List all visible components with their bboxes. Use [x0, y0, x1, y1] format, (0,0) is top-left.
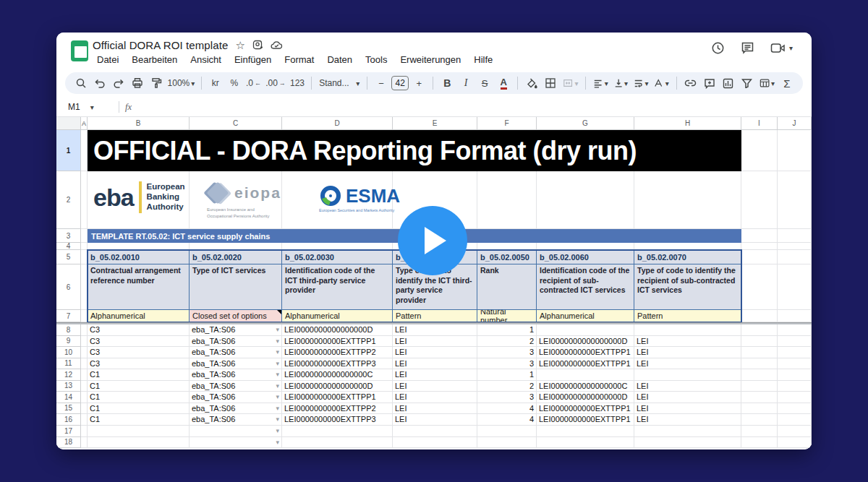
cell-D11[interactable]: LEI0000000000EXTTPP3: [282, 358, 393, 370]
cell-G11[interactable]: LEI0000000000EXTTPP1: [537, 358, 634, 370]
cell-H12[interactable]: [634, 369, 741, 381]
cell-E18[interactable]: [393, 437, 477, 449]
cell-I18[interactable]: [741, 437, 778, 449]
cell-G16[interactable]: LEI0000000000EXTTPP1: [537, 414, 634, 426]
undo-icon[interactable]: [91, 74, 109, 92]
row-header-4[interactable]: 4: [56, 243, 81, 250]
cell-I8[interactable]: [741, 324, 778, 336]
row-header-6[interactable]: 6: [56, 264, 81, 310]
paint-format-icon[interactable]: [148, 74, 165, 92]
cell-F14[interactable]: 3: [477, 392, 537, 403]
cell-F12[interactable]: 1: [477, 369, 537, 381]
cell-I14[interactable]: [741, 392, 778, 403]
cloud-status-icon[interactable]: [271, 40, 283, 50]
cell-E10[interactable]: LEI: [393, 347, 477, 358]
cell-F15[interactable]: 4: [477, 403, 537, 415]
table-views-icon[interactable]: ▾: [757, 74, 777, 92]
cell-J7[interactable]: [778, 310, 812, 322]
cell-F13[interactable]: 2: [477, 381, 537, 392]
cell-C9[interactable]: eba_TA:S06: [190, 336, 282, 348]
field-type-d[interactable]: Alphanumerical: [282, 310, 393, 322]
cell-A17[interactable]: [81, 426, 88, 437]
cell-G14[interactable]: LEI0000000000000000D: [537, 392, 634, 403]
cell-E11[interactable]: LEI: [393, 358, 477, 370]
field-type-b[interactable]: Alphanumerical: [88, 310, 190, 322]
cell-E13[interactable]: LEI: [393, 381, 477, 392]
field-description-f[interactable]: Rank: [477, 264, 537, 310]
cell-J16[interactable]: [778, 414, 812, 426]
row-header-3[interactable]: 3: [56, 229, 81, 243]
decrease-font-size-button[interactable]: −: [373, 74, 390, 92]
cell-B12[interactable]: C1: [88, 369, 190, 381]
column-header-g[interactable]: G: [537, 117, 634, 130]
field-description-d[interactable]: Identification code of the ICT third-par…: [282, 264, 393, 310]
column-header-d[interactable]: D: [282, 117, 393, 130]
cell-D8[interactable]: LEI0000000000000000D: [282, 324, 393, 336]
comments-icon[interactable]: [741, 41, 754, 55]
cell-A5[interactable]: [81, 250, 88, 264]
font-size-input[interactable]: 42: [391, 76, 409, 90]
cell-A18[interactable]: [81, 437, 88, 449]
cell-J5[interactable]: [778, 250, 812, 264]
field-description-g[interactable]: Identification code of the recipient of …: [537, 264, 634, 310]
insert-comment-icon[interactable]: [701, 74, 718, 92]
cell-E17[interactable]: [393, 426, 477, 437]
redo-icon[interactable]: [110, 74, 127, 92]
cell-D9[interactable]: LEI0000000000EXTTPP1: [282, 336, 393, 348]
cell-J2[interactable]: [778, 171, 812, 229]
cell-A10[interactable]: [81, 347, 88, 358]
menu-format[interactable]: Format: [278, 53, 320, 66]
video-camera-icon[interactable]: [770, 43, 786, 53]
cell-C16[interactable]: eba_TA:S06: [190, 414, 282, 426]
cell-C10[interactable]: eba_TA:S06: [190, 347, 282, 358]
menu-daten[interactable]: Daten: [321, 53, 358, 66]
bold-button[interactable]: B: [438, 74, 456, 92]
cell-F4[interactable]: [477, 243, 537, 250]
cell-H15[interactable]: LEI: [634, 403, 741, 415]
version-history-icon[interactable]: [711, 41, 725, 55]
increase-font-size-button[interactable]: +: [410, 74, 427, 92]
frozen-rows-divider[interactable]: [56, 322, 812, 324]
cell-G18[interactable]: [537, 437, 634, 449]
cell-J15[interactable]: [778, 403, 812, 415]
cell-D12[interactable]: LEI0000000000000000C: [282, 369, 393, 381]
row-header-15[interactable]: 15: [56, 403, 81, 415]
cell-H11[interactable]: LEI: [634, 358, 741, 370]
star-icon[interactable]: ☆: [235, 40, 244, 51]
lock-plus-icon[interactable]: [252, 40, 263, 51]
menu-tools[interactable]: Tools: [359, 53, 393, 66]
cell-J11[interactable]: [778, 358, 812, 370]
cell-F8[interactable]: 1: [477, 324, 537, 336]
decrease-decimals-button[interactable]: .0←: [244, 74, 263, 92]
cell-I7[interactable]: [741, 310, 778, 322]
cell-A7[interactable]: [81, 310, 88, 322]
insert-link-icon[interactable]: [682, 74, 699, 92]
field-type-h[interactable]: Pattern: [634, 310, 741, 322]
cell-D16[interactable]: LEI0000000000EXTTPP3: [282, 414, 393, 426]
cell-I12[interactable]: [741, 369, 778, 381]
cell-E14[interactable]: LEI: [393, 392, 477, 403]
cell-C11[interactable]: eba_TA:S06: [190, 358, 282, 370]
cell-J3[interactable]: [778, 229, 812, 243]
cell-I13[interactable]: [741, 381, 778, 392]
row-header-12[interactable]: 12: [56, 369, 81, 381]
cell-A12[interactable]: [81, 369, 88, 381]
cell-F16[interactable]: 4: [477, 414, 537, 426]
cell-J1[interactable]: [778, 130, 812, 171]
cell-B14[interactable]: C1: [88, 392, 190, 403]
field-type-f[interactable]: Natural number: [477, 310, 537, 322]
cell-J14[interactable]: [778, 392, 812, 403]
font-select[interactable]: Stand...▾: [317, 74, 362, 92]
cell-J13[interactable]: [778, 381, 812, 392]
row-header-10[interactable]: 10: [56, 347, 81, 358]
row-header-13[interactable]: 13: [56, 381, 81, 392]
row-header-7[interactable]: 7: [56, 310, 81, 322]
menu-hilfe[interactable]: Hilfe: [468, 53, 498, 66]
cell-G15[interactable]: LEI0000000000EXTTPP1: [537, 403, 634, 415]
play-button[interactable]: [398, 206, 467, 275]
cell-H8[interactable]: [634, 324, 741, 336]
cell-A14[interactable]: [81, 392, 88, 403]
cell-B15[interactable]: C1: [88, 403, 190, 415]
field-code-b[interactable]: b_05.02.0010: [88, 250, 190, 264]
google-sheets-logo-icon[interactable]: [71, 40, 88, 61]
